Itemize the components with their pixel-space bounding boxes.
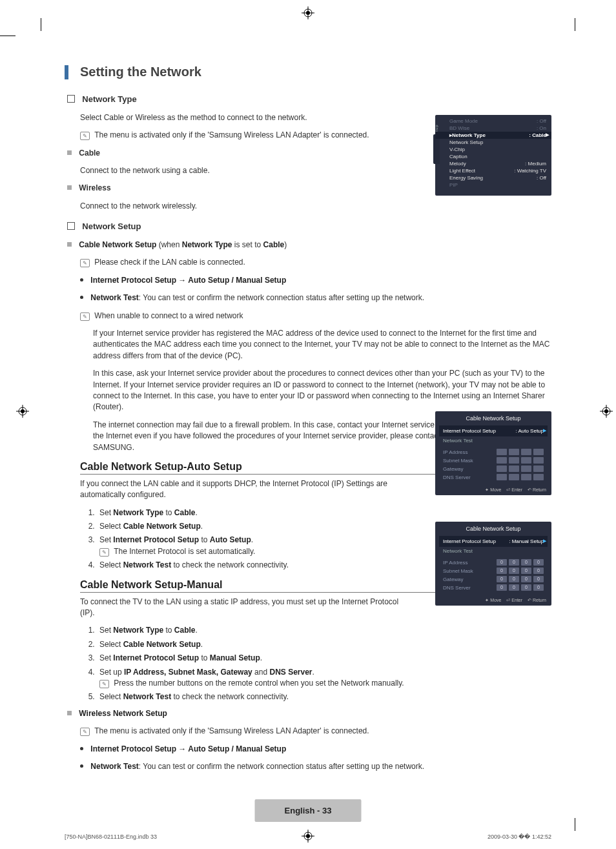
ip-row: DNS Server — [443, 474, 544, 480]
menu-row: Caption — [435, 153, 551, 160]
value: : Manual Setup — [509, 538, 544, 544]
note-text: When unable to connect to a wired networ… — [94, 311, 243, 320]
body-text: Connect to the network wirelessly. — [80, 201, 551, 212]
subsection-heading: Cable Network Setup-Auto Setup — [80, 461, 461, 475]
bullet-icon — [80, 764, 83, 768]
ip-row: IP Address0000 — [443, 559, 544, 566]
menu-row: V-Chip — [435, 146, 551, 153]
list-item: Select Network Test to check the network… — [97, 691, 551, 702]
text: ) — [284, 240, 287, 249]
subheading-text: Wireless Network Setup — [79, 709, 167, 718]
note-icon: ✎ — [80, 259, 90, 267]
crop-mark — [41, 18, 41, 31]
hint-move: ✦ Move — [485, 598, 501, 602]
text: Network Test — [90, 762, 138, 771]
note-text: The menu is activated only if the 'Samsu… — [94, 130, 369, 139]
text: Cable — [263, 240, 285, 249]
panel-title: Cable Network Setup — [435, 522, 551, 536]
note-icon: ✎ — [99, 548, 109, 557]
note-icon: ✎ — [80, 132, 90, 140]
heading-text: Network Type — [82, 94, 136, 104]
bullet-icon — [80, 747, 83, 750]
page-footer: English - 33 — [255, 799, 362, 822]
note-row: ✎ When unable to connect to a wired netw… — [80, 311, 551, 322]
menu-row: BD Wise: On — [435, 125, 551, 132]
body-text: If your Internet service provider has re… — [93, 328, 551, 362]
menu-row: Energy Saving: Off — [435, 174, 551, 181]
text: : You can test or confirm the network co… — [139, 762, 424, 771]
list-item: Set Network Type to Cable. — [97, 507, 551, 518]
heading-text: Network Setup — [82, 221, 141, 231]
hint-enter: ⏎ Enter — [506, 598, 522, 602]
subheading-text: Wireless — [79, 183, 110, 192]
menu-row: ▸Network Type: Cable — [435, 132, 551, 139]
ip-row: Subnet Mask0000 — [443, 568, 544, 574]
panel-link: Network Test — [443, 548, 544, 554]
network-type-heading: Network Type — [67, 94, 551, 106]
note-text: Please check if the LAN cable is connect… — [94, 258, 245, 267]
subheading-text: Cable Network Setup — [79, 240, 156, 249]
bullet-icon — [80, 278, 83, 281]
note-row: ✎ The menu is activated only if the 'Sam… — [80, 726, 551, 737]
text: Network Type — [182, 240, 232, 249]
square-bullet-icon — [67, 222, 75, 230]
small-square-icon — [67, 242, 72, 247]
network-setup-heading: Network Setup — [67, 221, 551, 233]
ip-row: Subnet Mask — [443, 457, 544, 464]
panel-footer: ✦ Move ⏎ Enter ↶ Return — [481, 598, 546, 603]
panel-link: Network Test — [443, 438, 544, 444]
print-footer-right: 2009-03-30 �� 1:42:52 — [488, 834, 551, 840]
hint-enter: ⏎ Enter — [506, 487, 522, 492]
small-square-icon — [67, 150, 72, 155]
text: Internet Protocol Setup → Auto Setup / M… — [90, 276, 286, 285]
note-row: ✎ Please check if the LAN cable is conne… — [80, 257, 551, 268]
subheading-text: Cable — [79, 148, 100, 158]
cable-network-setup-heading: Cable Network Setup (when Network Type i… — [67, 240, 551, 251]
bullet-row: Network Test: You can test or confirm th… — [80, 292, 551, 303]
list-item: Set up IP Address, Subnet Mask, Gateway … — [97, 667, 551, 690]
subsection-heading: Cable Network Setup-Manual — [80, 579, 461, 593]
menu-row: Network Setup — [435, 139, 551, 146]
list-item: Select Cable Network Setup. — [97, 639, 551, 650]
title-accent — [65, 65, 68, 79]
bullet-row: Network Test: You can test or confirm th… — [80, 761, 551, 772]
ip-row: DNS Server0000 — [443, 584, 544, 591]
crop-mark — [575, 18, 575, 31]
print-footer-left: [750-NA]BN68-02111B-Eng.indb 33 — [65, 834, 157, 840]
list-item: Set Network Type to Cable. — [97, 625, 551, 636]
numbered-list: Set Network Type to Cable. Select Cable … — [65, 625, 551, 702]
small-square-icon — [67, 711, 72, 715]
note-text: Press the number buttons on the remote c… — [114, 679, 404, 688]
hint-return: ↶ Return — [528, 487, 546, 492]
label: Internet Protocol Setup — [443, 428, 496, 434]
note-icon: ✎ — [80, 312, 90, 321]
ip-row: IP Address — [443, 449, 544, 455]
registration-mark-icon — [600, 405, 613, 418]
panel-footer: ✦ Move ⏎ Enter ↶ Return — [481, 487, 546, 493]
text: (when — [156, 240, 181, 249]
section-title-bar: Setting the Network — [65, 65, 551, 79]
menu-row: Light Effect: Watching TV — [435, 167, 551, 174]
panel-title: Cable Network Setup — [435, 411, 551, 425]
note-icon: ✎ — [99, 680, 109, 688]
bullet-row: Internet Protocol Setup → Auto Setup / M… — [80, 275, 551, 286]
osd-cable-manual: Cable Network Setup Internet Protocol Se… — [435, 522, 551, 606]
note-icon: ✎ — [80, 728, 90, 736]
registration-mark-icon — [302, 6, 314, 19]
text: : You can test or confirm the network co… — [139, 293, 424, 302]
body-text: In this case, ask your Internet service … — [93, 368, 551, 413]
label: Internet Protocol Setup — [443, 538, 496, 544]
panel-selected-row: Internet Protocol Setup : Auto Setup — [439, 425, 548, 436]
page-title: Setting the Network — [80, 65, 201, 79]
square-bullet-icon — [67, 95, 75, 103]
osd-cable-auto: Cable Network Setup Internet Protocol Se… — [435, 411, 551, 495]
value: : Auto Setup — [515, 428, 544, 434]
crop-mark — [575, 818, 575, 831]
small-square-icon — [67, 185, 72, 190]
osd-setup-menu: Setup Game Mode: OffBD Wise: On▸Network … — [435, 115, 551, 196]
bullet-icon — [80, 296, 83, 299]
crop-mark — [0, 36, 15, 36]
registration-mark-icon — [16, 405, 29, 418]
ip-row: Gateway0000 — [443, 576, 544, 582]
hint-return: ↶ Return — [528, 598, 546, 602]
